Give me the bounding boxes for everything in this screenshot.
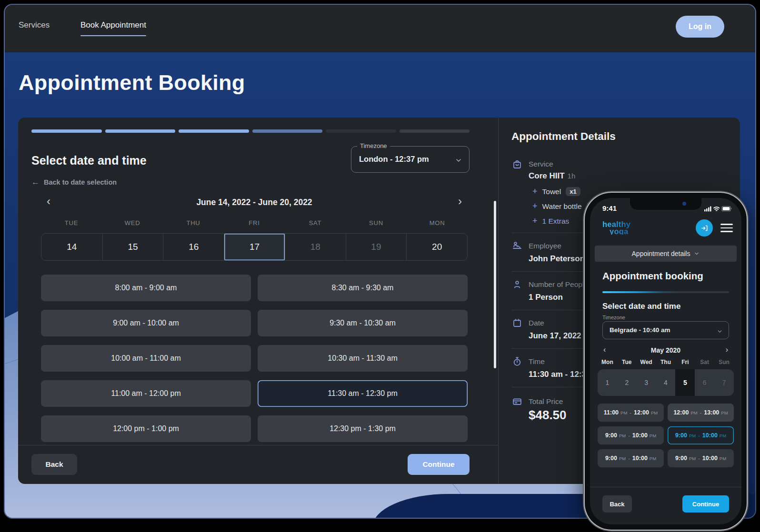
date-cell[interactable]: 14 bbox=[41, 234, 102, 260]
credit-card-icon bbox=[511, 396, 523, 407]
weekday-label: Mon bbox=[598, 359, 617, 365]
scrollbar[interactable] bbox=[494, 201, 496, 368]
date-cell[interactable]: 15 bbox=[102, 234, 163, 260]
week-range-label: June 14, 2022 - June 20, 2022 bbox=[41, 197, 468, 207]
phone-back-button[interactable]: Back bbox=[602, 495, 632, 512]
phone-login-button[interactable] bbox=[696, 219, 713, 236]
date-cell[interactable]: 4 bbox=[656, 369, 676, 396]
date-label: Date bbox=[529, 319, 544, 327]
time-slot[interactable]: 11:00 am - 12:00 pm bbox=[41, 380, 251, 407]
slot-separator: - bbox=[698, 455, 700, 461]
progress-segment bbox=[105, 129, 176, 133]
hamburger-menu-icon[interactable] bbox=[720, 224, 733, 232]
time-slot[interactable]: 9:00 am - 10:00 am bbox=[41, 310, 251, 336]
back-to-date-selection-link[interactable]: ← Back to date selection bbox=[31, 177, 117, 187]
step-heading: Select date and time bbox=[31, 154, 147, 167]
phone-step-heading: Select date and time bbox=[602, 302, 680, 311]
employee-label: Employee bbox=[529, 242, 561, 250]
phone-continue-button[interactable]: Continue bbox=[682, 495, 729, 512]
camera-icon bbox=[682, 202, 686, 206]
healthy-yoga-logo: healthy yoga bbox=[602, 221, 630, 235]
next-week-button[interactable]: › bbox=[458, 195, 462, 208]
date-picker-row: 14 15 16 17 18 19 20 bbox=[41, 233, 468, 261]
slot-start: 9:00 bbox=[605, 455, 617, 462]
people-value: 1 Person bbox=[529, 293, 563, 302]
time-slot-selected[interactable]: 11:30 am - 12:30 pm bbox=[258, 380, 468, 407]
calendar-icon bbox=[511, 317, 523, 329]
date-cell[interactable]: 1 bbox=[598, 369, 617, 396]
continue-button[interactable]: Continue bbox=[408, 454, 470, 475]
back-button[interactable]: Back bbox=[31, 454, 77, 475]
date-cell[interactable]: 2 bbox=[617, 369, 637, 396]
page-title: Appointment Booking bbox=[19, 70, 245, 95]
progress-segment bbox=[179, 129, 249, 133]
top-navigation: Services Book Appointment Log in bbox=[5, 5, 755, 52]
weekday-label: WED bbox=[102, 219, 163, 227]
time-slot[interactable]: 11:00PM-12:00PM bbox=[598, 404, 664, 422]
slot-meridiem: PM bbox=[721, 410, 728, 415]
slot-end: 10:00 bbox=[702, 455, 718, 462]
date-cell[interactable]: 16 bbox=[163, 234, 224, 260]
phone-weekday-row: Mon Tue Wed Thu Fri Sat Sun bbox=[598, 359, 734, 365]
date-cell-disabled: 18 bbox=[285, 234, 346, 260]
weekday-label: Sat bbox=[695, 359, 714, 365]
screenshot-stage: Services Book Appointment Log in Appoint… bbox=[0, 0, 760, 532]
service-addon: + Towel x1 bbox=[532, 187, 580, 197]
person-icon bbox=[511, 279, 523, 290]
left-arrow-icon: ← bbox=[31, 177, 40, 187]
date-cell-selected[interactable]: 17 bbox=[224, 234, 285, 260]
weekday-label: Sun bbox=[714, 359, 734, 365]
time-slot[interactable]: 12:30 pm - 1:30 pm bbox=[258, 415, 468, 442]
appointment-details-toggle[interactable]: Appointment details bbox=[595, 246, 737, 262]
phone-timezone-label: Timezone bbox=[602, 315, 625, 320]
phone-progress-bar bbox=[602, 291, 729, 293]
service-name: Core HIIT1h bbox=[529, 171, 575, 181]
footer-divider bbox=[18, 445, 498, 445]
date-cell[interactable]: 3 bbox=[637, 369, 656, 396]
service-extras[interactable]: + 1 Extras bbox=[532, 216, 569, 226]
slot-meridiem: PM bbox=[689, 433, 696, 438]
slot-separator: - bbox=[628, 455, 630, 461]
slot-meridiem: PM bbox=[620, 410, 627, 415]
chevron-down-icon bbox=[694, 251, 700, 256]
slot-meridiem: PM bbox=[619, 456, 626, 461]
phone-progress-fill bbox=[602, 291, 679, 293]
details-title: Appointment Details bbox=[511, 130, 616, 143]
time-slot[interactable]: 12:00PM-13:00PM bbox=[668, 404, 734, 422]
slot-start: 9:00 bbox=[675, 455, 687, 462]
next-month-button[interactable]: › bbox=[726, 345, 728, 354]
people-label: Number of People bbox=[529, 280, 588, 289]
nav-item-services[interactable]: Services bbox=[19, 20, 50, 30]
slot-end: 10:00 bbox=[702, 432, 718, 439]
panel-divider bbox=[498, 118, 499, 484]
time-slot[interactable]: 9:30 am - 10:30 am bbox=[258, 310, 468, 336]
slot-end: 13:00 bbox=[704, 409, 719, 416]
weekday-label: TUE bbox=[41, 219, 102, 227]
phone-timezone-select[interactable]: Belgrade - 10:40 am bbox=[602, 321, 729, 339]
timezone-value: London - 12:37 pm bbox=[359, 155, 429, 164]
wifi-icon bbox=[714, 207, 719, 210]
addon-qty-badge: x1 bbox=[566, 187, 580, 196]
login-button[interactable]: Log in bbox=[676, 16, 724, 38]
timezone-select[interactable]: Timezone London - 12:37 pm bbox=[351, 146, 470, 173]
nav-item-book-appointment[interactable]: Book Appointment bbox=[80, 20, 146, 30]
time-slot[interactable]: 9:00PM-10:00PM bbox=[598, 426, 664, 444]
weekday-label: SAT bbox=[285, 219, 346, 227]
time-slot[interactable]: 10:30 am - 11:30 am bbox=[258, 345, 468, 372]
time-slot[interactable]: 9:00PM-10:00PM bbox=[598, 449, 664, 467]
price-value: $48.50 bbox=[529, 408, 567, 423]
time-label: Time bbox=[529, 357, 545, 366]
timezone-label: Timezone bbox=[357, 142, 390, 149]
time-slot[interactable]: 9:00PM-10:00PM bbox=[668, 449, 734, 467]
date-cell[interactable]: 20 bbox=[406, 234, 467, 260]
time-slot[interactable]: 8:00 am - 9:00 am bbox=[41, 275, 251, 301]
time-slot-selected[interactable]: 9:00PM-10:00PM bbox=[668, 426, 734, 444]
slot-start: 9:00 bbox=[605, 432, 617, 439]
time-slot[interactable]: 8:30 am - 9:30 am bbox=[258, 275, 468, 301]
date-cell-selected[interactable]: 5 bbox=[675, 369, 695, 396]
phone-month-navigation: ‹ May 2020 › bbox=[602, 346, 729, 355]
plus-icon: + bbox=[532, 187, 538, 197]
time-slot[interactable]: 12:00 pm - 1:00 pm bbox=[41, 415, 251, 442]
weekday-label: Thu bbox=[656, 359, 676, 365]
time-slot[interactable]: 10:00 am - 11:00 am bbox=[41, 345, 251, 372]
